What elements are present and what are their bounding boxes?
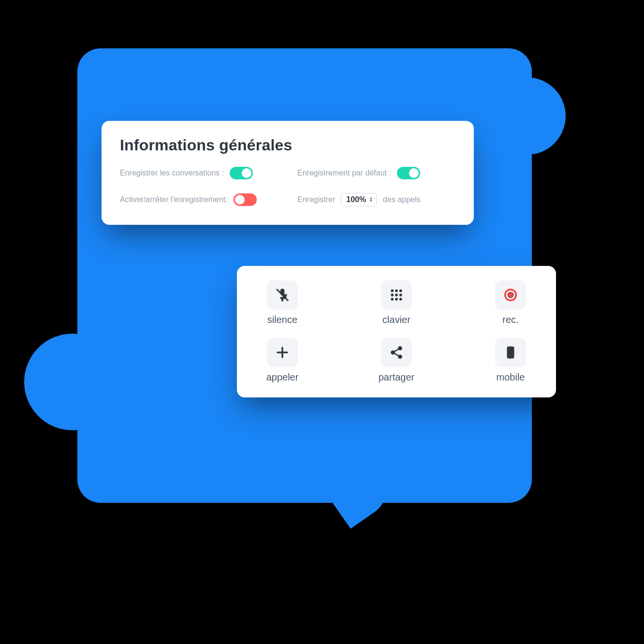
svg-point-11 <box>508 292 513 297</box>
svg-point-3 <box>400 290 402 292</box>
silence-label: silence <box>267 314 297 325</box>
record-icon <box>503 288 518 302</box>
select-caret-icon: ▲▼ <box>369 197 373 203</box>
toggle-recording-label: Activer/arrêter l'enregistrement: <box>120 195 228 204</box>
percent-suffix-label: des appels <box>383 195 420 204</box>
default-recording-label: Enregistrement par défaut : <box>297 169 391 177</box>
toggle-recording-toggle[interactable] <box>234 193 257 206</box>
percent-value: 100% <box>346 195 366 204</box>
background-panel: Informations générales Enregistrer les c… <box>77 48 532 503</box>
record-button[interactable]: rec. <box>483 280 539 325</box>
mobile-icon <box>503 345 518 360</box>
percent-select[interactable]: 100% ▲▼ <box>341 193 377 206</box>
decorative-circle <box>488 77 566 155</box>
svg-point-4 <box>391 294 394 296</box>
add-call-button[interactable]: appeler <box>254 338 310 383</box>
svg-point-14 <box>398 347 401 350</box>
add-call-label: appeler <box>266 372 299 383</box>
mobile-button[interactable]: mobile <box>483 338 539 383</box>
decorative-circle <box>24 334 121 430</box>
mobile-label: mobile <box>497 372 525 383</box>
decorative-blob <box>317 448 398 528</box>
keypad-icon <box>389 288 404 302</box>
default-recording-toggle[interactable] <box>397 167 420 179</box>
keypad-label: clavier <box>382 314 410 325</box>
svg-line-18 <box>394 353 399 356</box>
svg-point-8 <box>395 298 398 301</box>
setting-row: Activer/arrêter l'enregistrement: <box>120 193 278 206</box>
keypad-button[interactable]: clavier <box>368 280 424 325</box>
svg-point-1 <box>391 290 394 292</box>
plus-icon <box>275 345 290 360</box>
percent-prefix-label: Enregistrer <box>297 195 335 204</box>
svg-point-2 <box>395 290 398 292</box>
svg-point-9 <box>400 298 402 301</box>
svg-point-6 <box>400 294 402 296</box>
record-label: rec. <box>502 314 518 325</box>
share-label: partager <box>379 372 415 383</box>
setting-row: Enregistrement par défaut : <box>297 167 455 179</box>
silence-button[interactable]: silence <box>254 280 310 325</box>
setting-row: Enregistrer les conversations : <box>120 167 278 179</box>
svg-point-5 <box>395 294 398 296</box>
settings-title: Informations générales <box>120 136 455 154</box>
setting-row: Enregistrer 100% ▲▼ des appels <box>297 193 455 206</box>
record-conversations-toggle[interactable] <box>230 167 253 179</box>
share-icon <box>389 345 404 360</box>
svg-point-15 <box>391 351 394 354</box>
actions-card: silence clavier <box>237 266 556 397</box>
svg-point-16 <box>398 355 401 358</box>
svg-point-7 <box>391 298 394 301</box>
settings-card: Informations générales Enregistrer les c… <box>102 121 474 225</box>
record-conversations-label: Enregistrer les conversations : <box>120 169 224 177</box>
svg-line-17 <box>394 349 399 352</box>
share-button[interactable]: partager <box>368 338 424 383</box>
mic-off-icon <box>275 288 290 302</box>
